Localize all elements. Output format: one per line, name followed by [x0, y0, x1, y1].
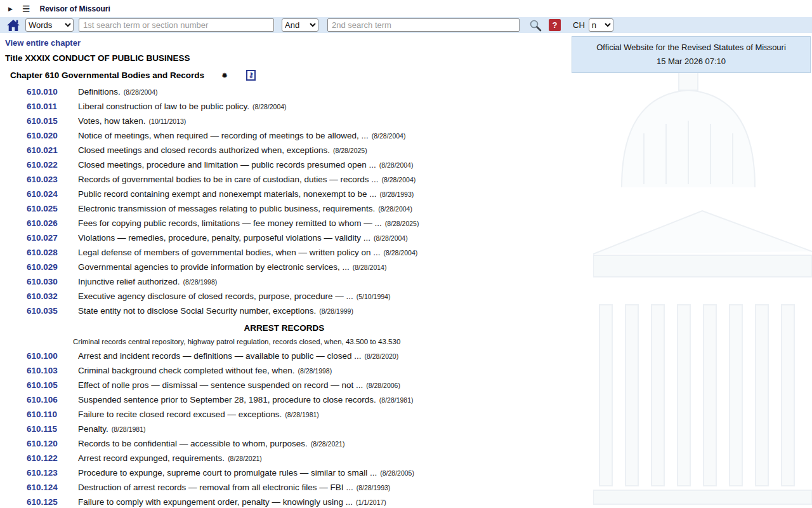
section-description: Arrest record expunged, requirements.: [78, 453, 225, 463]
section-number-link[interactable]: 610.010: [27, 87, 78, 97]
section-date: (8/28/2021): [311, 440, 345, 448]
key-icon[interactable]: ⚷: [246, 70, 256, 81]
section-description: Effect of nolle pros — dismissal — sente…: [78, 380, 363, 390]
section-date: (8/28/2005): [380, 469, 414, 477]
section-row: 610.125 Failure to comply with expungeme…: [5, 497, 563, 508]
section-row: 610.020 Notice of meetings, when require…: [5, 131, 563, 145]
top-bar: ▶ ☰ Revisor of Missouri: [0, 0, 812, 17]
section-date: (10/11/2013): [149, 117, 187, 125]
section-row: 610.106 Suspended sentence prior to Sept…: [5, 395, 563, 410]
section-number-link[interactable]: 610.025: [27, 204, 78, 213]
section-description: State entity not to disclose Social Secu…: [78, 306, 316, 316]
help-icon[interactable]: ?: [549, 19, 561, 31]
section-row: 610.026 Fees for copying public records,…: [5, 218, 563, 233]
section-description: Destruction of arrest records — removal …: [78, 483, 353, 492]
section-number-link[interactable]: 610.115: [27, 424, 78, 434]
section-row: 610.115 Penalty. (8/28/1981): [5, 424, 563, 439]
home-icon[interactable]: [6, 19, 20, 32]
section-number-link[interactable]: 610.103: [27, 366, 78, 375]
chapter-select[interactable]: n: [589, 18, 613, 32]
star-icon[interactable]: ✹: [221, 72, 228, 79]
section-row: 610.035 State entity not to disclose Soc…: [5, 306, 563, 321]
chapter-label: CH: [573, 20, 585, 30]
section-number-link[interactable]: 610.015: [27, 116, 78, 126]
section-number-link[interactable]: 610.022: [27, 160, 78, 170]
section-date: (5/10/1994): [357, 293, 391, 300]
section-number-link[interactable]: 610.029: [27, 262, 78, 272]
section-row: 610.023 Records of governmental bodies t…: [5, 175, 563, 189]
section-description: Votes, how taken.: [78, 116, 146, 126]
hamburger-menu-icon[interactable]: ☰: [22, 4, 30, 13]
section-list: 610.010 Definitions. (8/28/2004) 610.011…: [5, 87, 563, 508]
section-description: Records of governmental bodies to be in …: [78, 175, 379, 184]
main-content: View entire chapter Title XXXIX CONDUCT …: [0, 33, 812, 508]
view-entire-chapter-link[interactable]: View entire chapter: [5, 38, 81, 48]
section-row: 610.123 Procedure to expunge, supreme co…: [5, 468, 563, 483]
section-number-link[interactable]: 610.110: [27, 410, 78, 419]
section-row: 610.122 Arrest record expunged, requirem…: [5, 453, 563, 468]
section-date: (8/28/1981): [379, 396, 414, 404]
section-description: Violations — remedies, procedure, penalt…: [78, 233, 370, 243]
section-number-link[interactable]: 610.124: [27, 483, 78, 492]
expand-arrow-icon[interactable]: ▶: [8, 6, 13, 12]
section-date: (8/28/2004): [384, 249, 418, 257]
section-description: Failure to recite closed record excused …: [78, 410, 282, 419]
search-operator-select[interactable]: And: [282, 18, 318, 32]
section-number-link[interactable]: 610.023: [27, 175, 78, 184]
section-description: Closed meetings and closed records autho…: [78, 145, 330, 155]
section-date: (8/28/2025): [385, 220, 419, 227]
section-row: 610.110 Failure to recite closed record …: [5, 410, 563, 424]
section-date: (8/28/1998): [298, 367, 332, 375]
search-term2-input[interactable]: [327, 18, 520, 32]
section-number-link[interactable]: 610.120: [27, 439, 78, 448]
section-number-link[interactable]: 610.030: [27, 277, 78, 286]
section-row: 610.120 Records to be confidential — acc…: [5, 439, 563, 453]
section-row: 610.029 Governmental agencies to provide…: [5, 262, 563, 277]
search-icon[interactable]: [529, 19, 542, 32]
section-date: (8/28/2020): [364, 352, 398, 360]
section-number-link[interactable]: 610.021: [27, 145, 78, 155]
section-row: 610.010 Definitions. (8/28/2004): [5, 87, 563, 102]
section-row: 610.103 Criminal background check comple…: [5, 366, 563, 380]
section-description: Procedure to expunge, supreme court to p…: [78, 468, 377, 478]
search-term1-input[interactable]: [79, 18, 274, 32]
section-number-link[interactable]: 610.122: [27, 453, 78, 463]
official-info-line1: Official Website for the Revised Statute…: [575, 41, 808, 55]
section-description: Failure to comply with expungement order…: [78, 497, 353, 507]
section-number-link[interactable]: 610.032: [27, 291, 78, 301]
official-info-box: Official Website for the Revised Statute…: [572, 36, 811, 73]
section-description: Penalty.: [78, 424, 108, 434]
section-date: (8/28/2014): [353, 264, 387, 271]
section-number-link[interactable]: 610.100: [27, 351, 78, 361]
section-date: (1/1/2017): [356, 498, 386, 506]
section-description: Governmental agencies to provide informa…: [78, 262, 350, 272]
section-number-link[interactable]: 610.020: [27, 131, 78, 140]
section-date: (8/28/2021): [228, 455, 262, 462]
search-scope-select[interactable]: Words: [25, 18, 74, 32]
section-number-link[interactable]: 610.028: [27, 248, 78, 257]
section-date: (8/28/2006): [366, 382, 400, 389]
section-description: Definitions.: [78, 87, 121, 97]
section-row: 610.030 Injunctive relief authorized. (8…: [5, 277, 563, 291]
section-row: 610.024 Public record containing exempt …: [5, 189, 563, 204]
section-description: Fees for copying public records, limitat…: [78, 218, 382, 228]
section-date: (8/28/1981): [112, 425, 146, 433]
section-row: 610.105 Effect of nolle pros — dismissal…: [5, 380, 563, 395]
section-description: Injunctive relief authorized.: [78, 277, 180, 286]
section-number-link[interactable]: 610.125: [27, 497, 78, 507]
section-number-link[interactable]: 610.024: [27, 189, 78, 199]
section-date: (8/28/1981): [285, 411, 319, 418]
section-number-link[interactable]: 610.011: [27, 102, 78, 111]
section-number-link[interactable]: 610.105: [27, 380, 78, 390]
section-number-link[interactable]: 610.106: [27, 395, 78, 404]
section-date: (8/28/2004): [378, 205, 412, 213]
section-date: (8/28/2004): [374, 234, 408, 242]
section-date: (8/28/2004): [379, 161, 414, 169]
section-row: 610.124 Destruction of arrest records — …: [5, 483, 563, 497]
section-description: Criminal background check completed with…: [78, 366, 294, 375]
section-row: 610.100 Arrest and incident records — de…: [5, 351, 563, 366]
section-number-link[interactable]: 610.123: [27, 468, 78, 478]
section-number-link[interactable]: 610.026: [27, 218, 78, 228]
section-number-link[interactable]: 610.035: [27, 306, 78, 316]
section-number-link[interactable]: 610.027: [27, 233, 78, 243]
